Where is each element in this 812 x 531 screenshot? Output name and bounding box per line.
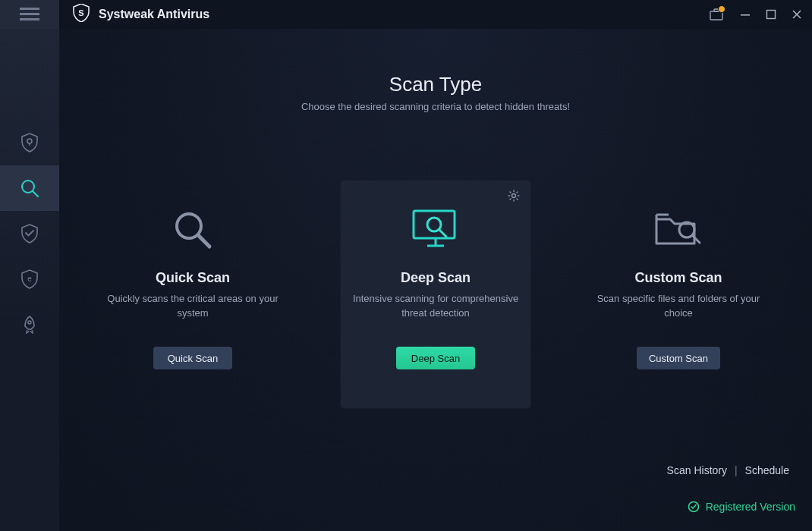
app-title: Systweak Antivirus xyxy=(99,8,209,21)
rocket-icon xyxy=(20,315,39,335)
svg-rect-1 xyxy=(20,13,39,15)
svg-line-26 xyxy=(510,199,511,200)
card-title: Deep Scan xyxy=(401,270,471,286)
separator: | xyxy=(735,464,738,476)
svg-rect-2 xyxy=(20,18,39,20)
app-logo-icon: S xyxy=(73,4,90,25)
shield-e-icon: e xyxy=(20,269,39,289)
card-quick-scan[interactable]: Quick Scan Quickly scans the critical ar… xyxy=(98,181,288,408)
scan-cards: Quick Scan Quickly scans the critical ar… xyxy=(59,181,812,408)
card-title: Quick Scan xyxy=(156,270,230,286)
svg-point-15 xyxy=(28,321,31,324)
svg-line-23 xyxy=(510,192,511,193)
card-desc: Intensive scanning for comprehensive thr… xyxy=(341,292,530,328)
main-content: Scan Type Choose the desired scanning cr… xyxy=(59,29,812,531)
svg-rect-27 xyxy=(414,211,455,238)
svg-rect-11 xyxy=(29,143,30,146)
shield-check-icon xyxy=(20,224,39,244)
shield-icon xyxy=(20,133,39,152)
hamburger-icon xyxy=(20,8,39,21)
card-title: Custom Scan xyxy=(634,270,722,286)
minimize-button[interactable] xyxy=(735,4,756,25)
card-deep-scan[interactable]: Deep Scan Intensive scanning for compreh… xyxy=(341,181,530,408)
page-subtitle: Choose the desired scanning criteria to … xyxy=(59,101,812,112)
svg-rect-6 xyxy=(741,14,750,16)
card-desc: Quickly scans the critical areas on your… xyxy=(98,292,288,328)
sidebar: e xyxy=(0,29,59,531)
titlebar: S Systweak Antivirus xyxy=(0,0,812,29)
folder-scan-icon xyxy=(652,203,705,256)
footer-links: Scan History | Schedule xyxy=(667,464,789,476)
quick-scan-button[interactable]: Quick Scan xyxy=(153,347,232,369)
license-label: Registered Version xyxy=(706,501,795,513)
card-custom-scan[interactable]: Custom Scan Scan specific files and fold… xyxy=(584,181,773,408)
magnifier-icon xyxy=(20,178,39,198)
svg-text:e: e xyxy=(27,275,32,283)
sidebar-item-protection[interactable] xyxy=(0,120,59,165)
menu-button[interactable] xyxy=(0,0,59,29)
schedule-link[interactable]: Schedule xyxy=(745,464,789,476)
sidebar-item-scan[interactable] xyxy=(0,165,59,211)
svg-line-13 xyxy=(33,191,38,196)
deep-scan-button[interactable]: Deep Scan xyxy=(396,347,475,369)
svg-point-18 xyxy=(512,194,516,198)
monitor-scan-icon xyxy=(409,203,462,256)
magnifier-icon xyxy=(170,203,216,256)
svg-line-31 xyxy=(439,230,446,237)
scan-history-link[interactable]: Scan History xyxy=(667,464,727,476)
svg-line-24 xyxy=(517,199,518,200)
notification-badge xyxy=(718,5,725,13)
maximize-button[interactable] xyxy=(760,4,782,25)
sidebar-item-optimize[interactable] xyxy=(0,302,59,347)
notifications-button[interactable] xyxy=(706,4,727,25)
svg-rect-0 xyxy=(20,8,39,10)
check-circle-icon xyxy=(688,501,700,513)
license-status: Registered Version xyxy=(688,501,795,513)
close-button[interactable] xyxy=(786,4,807,25)
sidebar-item-exploit[interactable]: e xyxy=(0,256,59,302)
svg-rect-7 xyxy=(767,11,776,19)
gear-icon[interactable] xyxy=(508,190,520,205)
svg-line-25 xyxy=(517,192,518,193)
card-desc: Scan specific files and folders of your … xyxy=(584,292,773,328)
svg-text:S: S xyxy=(78,8,83,17)
sidebar-item-realtime[interactable] xyxy=(0,211,59,256)
custom-scan-button[interactable]: Custom Scan xyxy=(637,347,720,369)
page-title: Scan Type xyxy=(59,73,812,96)
svg-line-17 xyxy=(198,235,209,247)
